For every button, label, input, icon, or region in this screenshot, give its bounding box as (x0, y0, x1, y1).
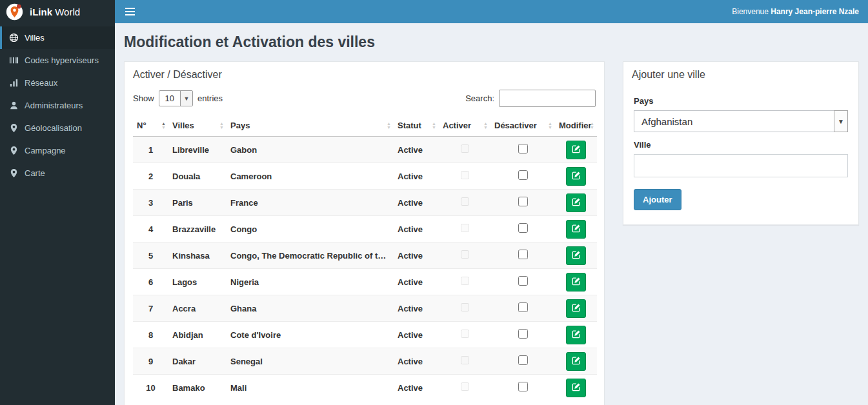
edit-button[interactable] (566, 167, 586, 186)
row-number-cell: 5 (133, 242, 168, 269)
edit-button[interactable] (566, 326, 586, 344)
sidebar-item-label: Codes hyperviseurs (25, 55, 99, 65)
table-row: 1 Libreville Gabon Active (133, 137, 597, 163)
column-header-4[interactable]: Activer▲▼ (439, 115, 490, 137)
sidebar-item-label: Réseaux (25, 78, 57, 88)
deactivate-checkbox[interactable] (518, 382, 528, 391)
status-cell: Active (394, 348, 439, 375)
sidebar-item-campagne[interactable]: Campagne (0, 139, 115, 162)
map-marker-icon (9, 123, 19, 133)
sidebar-toggle-button[interactable] (115, 0, 145, 23)
column-header-1[interactable]: Villes▲▼ (168, 115, 227, 137)
deactivate-checkbox[interactable] (518, 170, 528, 180)
deactivate-checkbox[interactable] (518, 144, 528, 153)
deactivate-checkbox[interactable] (518, 223, 528, 233)
column-header-label: Statut (398, 121, 421, 130)
status-cell: Active (394, 322, 439, 348)
logo-icon (6, 3, 23, 21)
city-cell: Abidjan (168, 322, 227, 348)
activate-checkbox (461, 224, 469, 232)
deactivate-checkbox[interactable] (518, 329, 528, 339)
brand-bold: iLink (30, 6, 52, 17)
row-number-cell: 2 (133, 163, 168, 190)
column-header-label: Villes (172, 121, 194, 130)
globe-icon (9, 33, 19, 43)
row-number-cell: 6 (133, 269, 168, 295)
edit-button[interactable] (566, 246, 586, 265)
add-city-button[interactable]: Ajouter (634, 189, 681, 210)
sidebar-item-label: Villes (25, 33, 45, 43)
datatable-controls: Show 10 ▼ entries Search: (125, 84, 604, 115)
country-select[interactable]: Afghanistan ▼ (634, 110, 848, 132)
edit-button[interactable] (566, 273, 586, 291)
city-cell: Douala (168, 163, 227, 190)
city-label: Ville (634, 140, 848, 150)
edit-icon (572, 144, 581, 155)
country-cell: Cote d'Ivoire (227, 322, 394, 348)
column-header-3[interactable]: Statut▲▼ (394, 115, 439, 137)
deactivate-checkbox[interactable] (518, 302, 528, 312)
row-number-cell: 9 (133, 348, 168, 375)
city-input[interactable] (634, 154, 848, 177)
welcome-text: Bienvenue Hanry Jean-pierre Nzale (732, 7, 868, 16)
city-cell: Libreville (168, 137, 227, 163)
app-logo[interactable]: iLink World (0, 0, 115, 23)
entries-label: entries (197, 94, 223, 103)
country-cell: Senegal (227, 348, 394, 375)
edit-button[interactable] (566, 141, 586, 159)
sort-icon: ▲▼ (548, 122, 552, 130)
edit-button[interactable] (566, 220, 586, 239)
city-cell: Bamako (168, 375, 227, 401)
row-number-cell: 7 (133, 295, 168, 322)
status-cell: Active (394, 190, 439, 216)
status-cell: Active (394, 375, 439, 401)
sort-icon: ▲▼ (432, 122, 436, 130)
activate-checkbox (461, 382, 469, 391)
activate-checkbox (461, 171, 469, 179)
edit-icon (572, 171, 581, 182)
deactivate-checkbox[interactable] (518, 250, 528, 259)
edit-button[interactable] (566, 352, 586, 371)
page-title: Modification et Activation des villes (124, 34, 859, 51)
deactivate-checkbox[interactable] (518, 355, 528, 365)
search-input[interactable] (499, 90, 596, 107)
column-header-label: Modifier (559, 121, 592, 130)
city-cell: Paris (168, 190, 227, 216)
sidebar-item-villes[interactable]: Villes (0, 26, 115, 49)
sidebar-item-geolocalisation[interactable]: Géolocalisation (0, 117, 115, 139)
edit-button[interactable] (566, 379, 586, 397)
deactivate-checkbox[interactable] (518, 197, 528, 206)
table-row: 9 Dakar Senegal Active (133, 348, 597, 375)
table-row: 3 Paris France Active (133, 190, 597, 216)
edit-button[interactable] (566, 299, 586, 318)
sort-icon: ▲▼ (590, 122, 594, 130)
cities-table-panel: Activer / Désactiver Show 10 ▼ entries S… (124, 61, 605, 405)
sort-icon: ▲▼ (387, 122, 391, 130)
sidebar-item-label: Administrateurs (25, 101, 83, 110)
status-cell: Active (394, 163, 439, 190)
country-cell: Mali (227, 375, 394, 401)
sidebar-menu: Villes Codes hyperviseurs Réseaux Admini… (0, 23, 115, 405)
activate-checkbox (461, 144, 469, 153)
sidebar-item-administrateurs[interactable]: Administrateurs (0, 94, 115, 117)
column-header-label: Désactiver (494, 121, 537, 130)
column-header-5[interactable]: Désactiver▲▼ (490, 115, 555, 137)
edit-icon (572, 197, 581, 208)
activate-checkbox (461, 356, 469, 364)
city-cell: Brazzaville (168, 216, 227, 242)
row-number-cell: 8 (133, 322, 168, 348)
column-header-2[interactable]: Pays▲▼ (227, 115, 394, 137)
chevron-down-icon: ▼ (180, 91, 192, 106)
column-header-6[interactable]: Modifier▲▼ (555, 115, 597, 137)
sidebar-item-codes-hyperviseurs[interactable]: Codes hyperviseurs (0, 49, 115, 72)
country-select-value: Afghanistan (634, 111, 834, 132)
city-cell: Accra (168, 295, 227, 322)
table-row: 6 Lagos Nigeria Active (133, 269, 597, 295)
column-header-0[interactable]: N°▲▼ (133, 115, 168, 137)
country-cell: Gabon (227, 137, 394, 163)
sidebar-item-reseaux[interactable]: Réseaux (0, 72, 115, 94)
page-length-select[interactable]: 10 ▼ (159, 90, 193, 106)
deactivate-checkbox[interactable] (518, 276, 528, 286)
sidebar-item-carte[interactable]: Carte (0, 162, 115, 184)
edit-button[interactable] (566, 193, 586, 212)
